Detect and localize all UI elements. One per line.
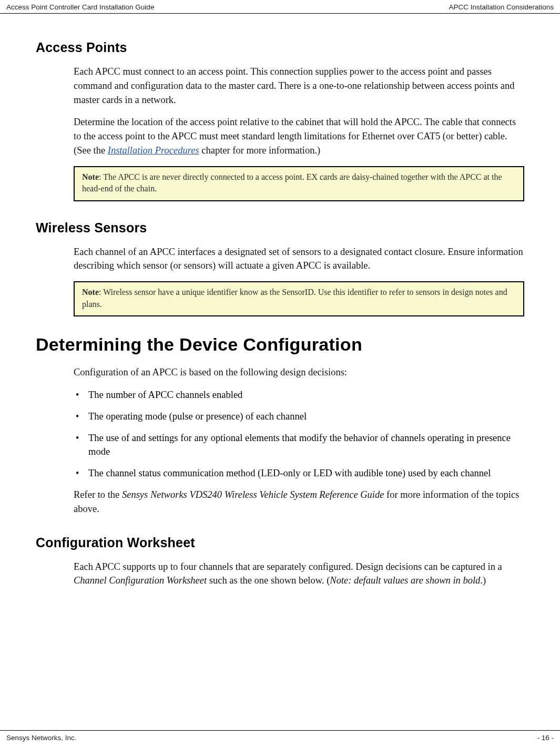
text-run: Each APCC supports up to four channels t…: [74, 561, 502, 572]
note-label: Note: [82, 288, 99, 296]
note-text: : Wireless sensor have a unique identifi…: [82, 288, 507, 308]
header-left: Access Point Controller Card Installatio…: [6, 3, 154, 11]
section-wireless-sensors-body: Each channel of an APCC interfaces a des…: [74, 245, 524, 316]
list-item: The operating mode (pulse or presence) o…: [74, 410, 524, 424]
heading-access-points: Access Points: [36, 40, 524, 55]
page-content: Access Points Each APCC must connect to …: [0, 14, 560, 588]
page-footer: Sensys Networks, Inc. - 16 -: [0, 730, 560, 747]
text-run: such as the one shown below. (: [207, 575, 330, 586]
text-run: chapter for more information.): [199, 145, 321, 156]
paragraph: Each APCC must connect to an access poin…: [74, 65, 524, 107]
note-box: Note: Wireless sensor have a unique iden…: [74, 281, 524, 316]
paragraph: Determine the location of the access poi…: [74, 115, 524, 157]
bullet-list: The number of APCC channels enabled The …: [74, 388, 524, 480]
list-item: The channel status communication method …: [74, 466, 524, 480]
reference-title: Sensys Networks VDS240 Wireless Vehicle …: [122, 489, 384, 500]
paragraph: Configuration of an APCC is based on the…: [74, 365, 524, 380]
note-text: : The APCC is are never directly connect…: [82, 172, 502, 193]
section-access-points-body: Each APCC must connect to an access poin…: [74, 65, 524, 201]
link-installation-procedures[interactable]: Installation Procedures: [108, 145, 199, 156]
note-box: Note: The APCC is are never directly con…: [74, 166, 524, 201]
footer-left: Sensys Networks, Inc.: [6, 734, 77, 742]
worksheet-title: Channel Configuration Worksheet: [74, 575, 207, 586]
paragraph: Refer to the Sensys Networks VDS240 Wire…: [74, 488, 524, 516]
text-run: .): [480, 575, 486, 586]
note-inline: Note: default values are shown in bold: [330, 575, 480, 586]
page-header: Access Point Controller Card Installatio…: [0, 0, 560, 14]
text-run: Refer to the: [74, 489, 122, 500]
paragraph: Each channel of an APCC interfaces a des…: [74, 245, 524, 273]
heading-determining-device-config: Determining the Device Configuration: [36, 334, 524, 355]
section-determining-body: Configuration of an APCC is based on the…: [74, 365, 524, 516]
footer-page-number: - 16 -: [537, 734, 554, 742]
list-item: The use of and settings for any optional…: [74, 431, 524, 459]
section-config-worksheet-body: Each APCC supports up to four channels t…: [74, 560, 524, 588]
heading-configuration-worksheet: Configuration Worksheet: [36, 535, 524, 550]
heading-wireless-sensors: Wireless Sensors: [36, 220, 524, 236]
list-item: The number of APCC channels enabled: [74, 388, 524, 402]
header-right: APCC Installation Considerations: [449, 3, 554, 11]
note-label: Note: [82, 172, 99, 181]
paragraph: Each APCC supports up to four channels t…: [74, 560, 524, 588]
